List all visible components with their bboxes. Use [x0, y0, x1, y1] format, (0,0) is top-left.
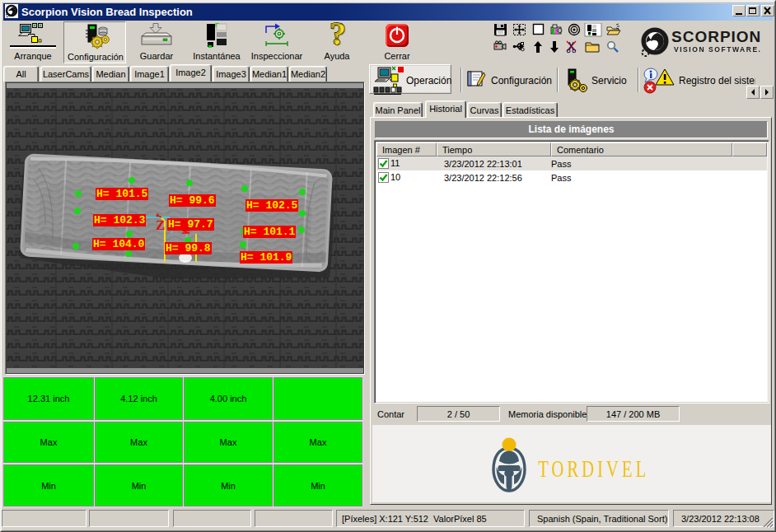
svg-text:?: ? — [330, 21, 347, 49]
svg-text:Z: Z — [156, 217, 165, 233]
